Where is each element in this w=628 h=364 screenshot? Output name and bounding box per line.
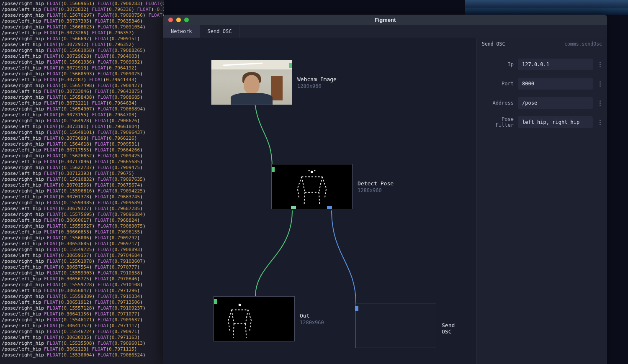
log-line: /pose/right_hip FLOAT(0.1564618) FLOAT(0…: [2, 141, 162, 147]
log-line: /pose/right_hip FLOAT(0.15596816) FLOAT(…: [2, 188, 162, 194]
log-line: /pose/left_hip FLOAT(0.30717096) FLOAT(0…: [2, 159, 162, 165]
log-line: /pose/right_hip FLOAT(0.15594485) FLOAT(…: [2, 200, 162, 206]
node-dimensions: 1280x960: [358, 187, 394, 193]
log-line: /pose/left_hip FLOAT(0.30717555) FLOAT(0…: [2, 147, 162, 153]
tab-bar: Network Send OSC: [163, 25, 607, 38]
log-line: /pose/left_hip FLOAT(0.30679327) FLOAT(0…: [2, 206, 162, 212]
ip-field[interactable]: [518, 59, 593, 70]
log-line: /pose/left_hip FLOAT(0.30657554) FLOAT(0…: [2, 264, 162, 270]
node-graph-canvas[interactable]: Webcam Image 1280x960: [163, 38, 476, 364]
log-line: /pose/right_hip FLOAT(0.15668623) FLOAT(…: [2, 24, 162, 30]
log-line: /pose/left_hip FLOAT(0.30659157) FLOAT(0…: [2, 253, 162, 259]
node-title: Detect Pose: [358, 180, 394, 187]
log-line: /pose/right_hip FLOAT(0.15654907) FLOAT(…: [2, 106, 162, 112]
log-line: /pose/left_hip FLOAT(0.3073181) FLOAT(0.…: [2, 124, 162, 130]
log-line: /pose/right_hip FLOAT(0.15657498) FLOAT(…: [2, 83, 162, 89]
log-line: /pose/right_hip FLOAT(0.15559903) FLOAT(…: [2, 270, 162, 276]
prop-pose-filter: Pose Filter: [481, 116, 603, 128]
prop-port: Port: [481, 78, 603, 90]
output-port-icon[interactable]: [291, 206, 296, 209]
svg-point-2: [314, 170, 315, 171]
log-line: /pose/left_hip FLOAT(0.30729628) FLOAT(0…: [2, 54, 162, 59]
log-line: /pose/left_hip FLOAT(0.30701566) FLOAT(0…: [2, 182, 162, 188]
node-dimensions: 1280x960: [297, 83, 337, 89]
log-line: /pose/left_hip FLOAT(0.3072912) FLOAT(0.…: [2, 42, 162, 48]
log-line: /pose/left_hip FLOAT(0.30641752) FLOAT(0…: [2, 323, 162, 329]
background-wallpaper-fragment: [465, 0, 628, 15]
inspector-type-id: comms.sendOsc: [564, 41, 602, 47]
log-line: /pose/right_hip FLOAT(0.15549725) FLOAT(…: [2, 247, 162, 253]
log-line: /pose/right_hip FLOAT(0.1564928) FLOAT(0…: [2, 118, 162, 124]
log-line: /pose/right_hip FLOAT(0.15661936) FLOAT(…: [2, 59, 162, 65]
log-line: /pose/right_hip FLOAT(0.15669651) FLOAT(…: [2, 1, 162, 7]
log-line: /pose/left_hip FLOAT(0.30641156) FLOAT(0…: [2, 311, 162, 317]
log-line: /pose/right_hip FLOAT(0.15660593) FLOAT(…: [2, 71, 162, 77]
output-port-icon[interactable]: [289, 63, 292, 68]
more-icon[interactable]: [597, 62, 603, 67]
log-line: /pose/left_hip FLOAT(0.30651912) FLOAT(0…: [2, 300, 162, 305]
address-field[interactable]: [518, 97, 593, 109]
log-line: /pose/left_hip FLOAT(0.30712393) FLOAT(0…: [2, 171, 162, 177]
svg-point-3: [239, 304, 241, 306]
log-line: /pose/right_hip FLOAT(0.15649101) FLOAT(…: [2, 130, 162, 136]
more-icon[interactable]: [597, 120, 603, 125]
log-line: /pose/right_hip FLOAT(0.15622737) FLOAT(…: [2, 165, 162, 171]
log-line: /pose/right_hip FLOAT(0.15575695) FLOAT(…: [2, 212, 162, 218]
log-line: /pose/left_hip FLOAT(0.3062123) FLOAT(0.…: [2, 346, 162, 352]
log-line: /pose/right_hip FLOAT(0.15658438) FLOAT(…: [2, 95, 162, 100]
node-webcam-image[interactable]: Webcam Image 1280x960: [211, 60, 337, 105]
log-line: /pose/left_hip FLOAT(0.3073832) FLOAT(0.…: [2, 7, 162, 13]
log-line: /pose/right_hip FLOAT(0.15610832) FLOAT(…: [2, 177, 162, 182]
log-line: /pose/left_hip FLOAT(0.3073286) FLOAT(0.…: [2, 30, 162, 36]
node-out[interactable]: Out 1280x960: [214, 296, 324, 341]
log-line: /pose/right_hip FLOAT(0.1556006) FLOAT(0…: [2, 235, 162, 241]
node-title: Send OSC: [442, 322, 455, 335]
more-icon[interactable]: [597, 81, 603, 87]
log-line: /pose/left_hip FLOAT(0.30630335) FLOAT(0…: [2, 335, 162, 341]
log-line: /pose/right_hip FLOAT(0.15535508) FLOAT(…: [2, 341, 162, 346]
node-dimensions: 1280x960: [300, 320, 324, 326]
node-title: Webcam Image: [297, 76, 337, 82]
svg-point-1: [309, 170, 310, 171]
inspector-sidebar: Send OSC comms.sendOsc Ip Port Address: [476, 38, 607, 364]
log-line: /pose/left_hip FLOAT(0.30660617) FLOAT(0…: [2, 218, 162, 223]
background-terminal: /pose/right_hip FLOAT(0.15669651) FLOAT(…: [0, 0, 164, 364]
output-port-icon[interactable]: [327, 206, 332, 209]
titlebar: Figment: [163, 15, 607, 25]
more-icon[interactable]: [597, 100, 603, 106]
input-port-icon[interactable]: [214, 299, 217, 304]
log-line: /pose/left_hip FLOAT(0.30660853) FLOAT(0…: [2, 229, 162, 235]
input-port-icon[interactable]: [355, 306, 358, 311]
prop-ip: Ip: [481, 59, 603, 70]
log-line: /pose/left_hip FLOAT(0.30656725) FLOAT(0…: [2, 276, 162, 282]
log-line: /pose/left_hip FLOAT(0.30656847) FLOAT(0…: [2, 288, 162, 294]
log-line: /pose/left_hip FLOAT(0.30733046) FLOAT(0…: [2, 89, 162, 95]
input-port-icon[interactable]: [271, 167, 275, 172]
log-line: /pose/right_hip FLOAT(0.15561078) FLOAT(…: [2, 259, 162, 264]
tab-send-osc[interactable]: Send OSC: [200, 25, 240, 38]
port-field[interactable]: [518, 78, 593, 90]
tab-network[interactable]: Network: [163, 25, 200, 38]
log-line: /pose/left_hip FLOAT(0.307287) FLOAT(0.7…: [2, 77, 162, 83]
prop-address: Address: [481, 97, 603, 109]
window-title: Figment: [163, 17, 607, 23]
log-line: /pose/left_hip FLOAT(0.3073155) FLOAT(0.…: [2, 112, 162, 118]
svg-point-0: [311, 171, 313, 173]
log-line: /pose/left_hip FLOAT(0.30737305) FLOAT(0…: [2, 18, 162, 24]
log-line: /pose/right_hip FLOAT(0.15626852) FLOAT(…: [2, 153, 162, 159]
node-send-osc[interactable]: Send OSC: [355, 303, 436, 348]
log-line: /pose/left_hip FLOAT(0.30653685) FLOAT(0…: [2, 241, 162, 247]
log-line: /pose/right_hip FLOAT(0.15559527) FLOAT(…: [2, 223, 162, 229]
log-line: /pose/right_hip FLOAT(0.15670297) FLOAT(…: [2, 13, 162, 18]
log-line: /pose/left_hip FLOAT(0.3072913) FLOAT(0.…: [2, 65, 162, 71]
log-line: /pose/right_hip FLOAT(0.15559228) FLOAT(…: [2, 282, 162, 288]
log-line: /pose/left_hip FLOAT(0.3073099) FLOAT(0.…: [2, 136, 162, 141]
figment-window: Figment Network Send OSC: [163, 15, 607, 364]
log-line: /pose/right_hip FLOAT(0.15546171) FLOAT(…: [2, 317, 162, 323]
log-line: /pose/right_hip FLOAT(0.15559389) FLOAT(…: [2, 294, 162, 300]
node-detect-pose[interactable]: Detect Pose 1280x960: [271, 164, 394, 209]
log-line: /pose/left_hip FLOAT(0.3073221) FLOAT(0.…: [2, 100, 162, 106]
log-line: /pose/right_hip FLOAT(0.15546724) FLOAT(…: [2, 329, 162, 335]
log-line: /pose/right_hip FLOAT(0.15557128) FLOAT(…: [2, 305, 162, 311]
pose-filter-field[interactable]: [518, 116, 593, 128]
